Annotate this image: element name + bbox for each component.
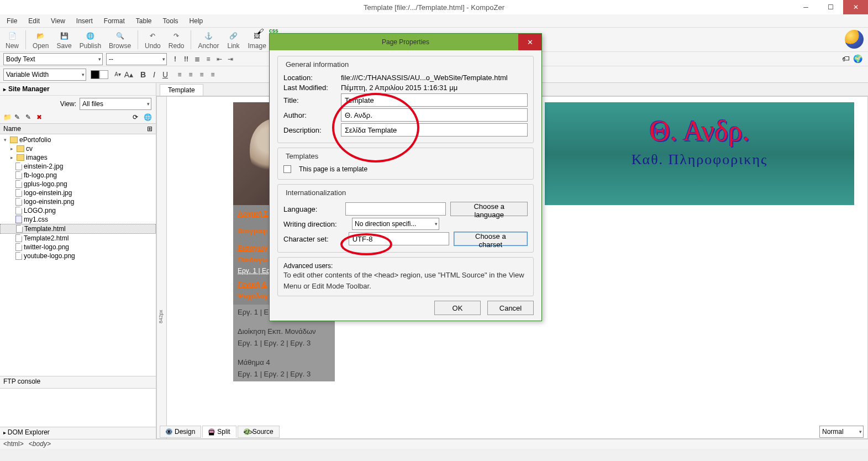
tree-file[interactable]: LOGO.png <box>0 206 156 215</box>
view-tab-split[interactable]: ⬓Split <box>202 426 236 438</box>
toolbar-anchor-button[interactable]: ⚓Anchor <box>194 29 222 51</box>
bullet-list-icon[interactable]: ≣ <box>192 54 202 64</box>
title-input[interactable] <box>341 93 528 107</box>
vertical-ruler: 842px <box>157 97 167 438</box>
align-center-icon[interactable]: ≡ <box>186 70 196 80</box>
brush-icon[interactable]: 🖌 <box>257 28 267 38</box>
site-manager-header[interactable]: Site Manager <box>0 83 156 96</box>
align-left-icon[interactable]: ≡ <box>175 70 185 80</box>
language-input[interactable] <box>345 202 446 216</box>
tree-file[interactable]: twitter-logo.png <box>0 243 156 252</box>
site-edit-icon[interactable]: ✎ <box>14 113 23 122</box>
toolbar-new-button[interactable]: 📄New <box>2 29 22 51</box>
choose-language-button[interactable]: Choose a language <box>450 202 528 216</box>
status-path-html[interactable]: <html> <box>3 440 24 448</box>
strong-icon[interactable]: !! <box>181 54 191 64</box>
bold-button[interactable]: B <box>138 70 148 80</box>
dialog-close-button[interactable]: ✕ <box>518 34 541 50</box>
paragraph-style-combo[interactable]: Body Text▾ <box>3 53 103 65</box>
tree-file[interactable]: my1.css <box>0 215 156 224</box>
name-column-header[interactable]: Name⊞ <box>0 123 156 134</box>
italic-button[interactable]: I <box>149 70 159 80</box>
toolbar-save-button[interactable]: 💾Save <box>53 29 75 51</box>
text-color-button[interactable] <box>91 70 99 79</box>
tree-file[interactable]: einstein-2.jpg <box>0 162 156 171</box>
align-right-icon[interactable]: ≡ <box>197 70 207 80</box>
toolbar-redo-button[interactable]: ↷Redo <box>165 29 188 51</box>
window-close-button[interactable]: ✕ <box>843 0 868 14</box>
em-icon[interactable]: ! <box>170 54 180 64</box>
ok-button[interactable]: OK <box>434 301 481 315</box>
direction-combo[interactable]: No direction specifi...▾ <box>352 218 439 230</box>
dom-explorer-header[interactable]: DOM Explorer <box>0 427 156 439</box>
site-new-icon[interactable]: 📁 <box>3 113 12 122</box>
file-tree[interactable]: ▾ePortofolio ▸cv ▸images einstein-2.jpg … <box>0 134 156 376</box>
status-path-body[interactable]: <body> <box>29 440 51 448</box>
language-label: Language: <box>283 205 341 213</box>
bg-color-button[interactable] <box>99 70 108 79</box>
menu-file[interactable]: File <box>1 15 23 27</box>
tree-file[interactable]: gplus-logo.png <box>0 180 156 188</box>
site-refresh-icon[interactable]: ⟳ <box>133 113 141 122</box>
menu-table[interactable]: Table <box>130 15 157 27</box>
site-globe-icon[interactable]: 🌐 <box>144 113 152 122</box>
toolbar-browse-button[interactable]: 🔍Browse <box>106 29 134 51</box>
align-justify-icon[interactable]: ≡ <box>208 70 218 80</box>
tree-folder-cv[interactable]: ▸cv <box>0 144 156 153</box>
document-tab[interactable]: Template <box>160 84 203 96</box>
toolbar-undo-button[interactable]: ↶Undo <box>141 29 164 51</box>
tree-folder-images[interactable]: ▸images <box>0 153 156 162</box>
window-minimize-button[interactable]: ─ <box>793 0 818 14</box>
cancel-button[interactable]: Cancel <box>487 301 534 315</box>
tree-file[interactable]: Template2.html <box>0 234 156 243</box>
template-checkbox[interactable] <box>283 165 291 173</box>
author-label: Author: <box>283 111 336 119</box>
font-smaller-icon[interactable]: A▾ <box>113 70 123 80</box>
toolbar-link-button[interactable]: 🔗Link <box>224 29 244 51</box>
author-input[interactable] <box>341 108 528 122</box>
menu-bar: File Edit View Insert Format Table Tools… <box>0 14 868 28</box>
font-larger-icon[interactable]: A▴ <box>124 70 134 80</box>
site-rename-icon[interactable]: ✎ <box>25 113 34 122</box>
toolbar-open-button[interactable]: 📂Open <box>29 29 52 51</box>
menu-help[interactable]: Help <box>184 15 209 27</box>
page-text: Εργ. 1 | Εργ. 2 | Εργ. 3 <box>233 339 335 350</box>
globe-small-icon[interactable]: 🌍 <box>853 54 862 63</box>
menu-insert[interactable]: Insert <box>71 15 98 27</box>
indent-icon[interactable]: ⇥ <box>225 54 235 64</box>
dialog-titlebar[interactable]: Page Properties ✕ <box>270 34 541 50</box>
menu-format[interactable]: Format <box>98 15 130 27</box>
status-bar: <html> <body> <box>0 439 868 449</box>
ftp-console-header[interactable]: FTP console <box>0 376 156 388</box>
view-filter-combo[interactable]: All files▾ <box>80 98 151 110</box>
tree-file[interactable]: fb-logo.png <box>0 171 156 180</box>
banner-subtitle: Καθ. Πληροφορικης <box>545 147 854 168</box>
tag-icon[interactable]: 🏷 <box>842 54 850 63</box>
charset-input[interactable] <box>349 232 449 245</box>
menu-view[interactable]: View <box>45 15 71 27</box>
description-input[interactable] <box>341 123 528 137</box>
tree-file-selected[interactable]: Template.html <box>0 224 156 234</box>
tree-file[interactable]: logo-einstein.jpg <box>0 188 156 197</box>
view-tab-source[interactable]: </>Source <box>238 426 280 438</box>
template-checkbox-label: This page is a template <box>299 165 367 173</box>
view-mode-combo[interactable]: Normal▾ <box>819 426 864 438</box>
site-delete-icon[interactable]: ✖ <box>36 113 45 122</box>
tree-file[interactable]: youtube-logo.png <box>0 252 156 260</box>
font-family-combo[interactable]: Variable Width▾ <box>3 69 86 81</box>
underline-button[interactable]: U <box>160 70 170 80</box>
menu-edit[interactable]: Edit <box>23 15 45 27</box>
number-list-icon[interactable]: ≡ <box>203 54 213 64</box>
class-style-combo[interactable]: --▾ <box>106 53 167 65</box>
choose-charset-button[interactable]: Choose a charset <box>454 232 528 246</box>
menu-tools[interactable]: Tools <box>157 15 184 27</box>
window-maximize-button[interactable]: ☐ <box>818 0 843 14</box>
outdent-icon[interactable]: ⇤ <box>214 54 224 64</box>
tree-file[interactable]: logo-einstein.png <box>0 197 156 206</box>
tree-root[interactable]: ▾ePortofolio <box>0 135 156 144</box>
dialog-title: Page Properties <box>382 38 429 46</box>
toolbar-publish-button[interactable]: 🌐Publish <box>76 29 104 51</box>
page-nav-sublink[interactable]: Εργ. 1 | Ερ <box>233 266 275 276</box>
advanced-label: Advanced users: <box>283 262 333 270</box>
view-tab-design[interactable]: 👁Design <box>160 426 201 438</box>
